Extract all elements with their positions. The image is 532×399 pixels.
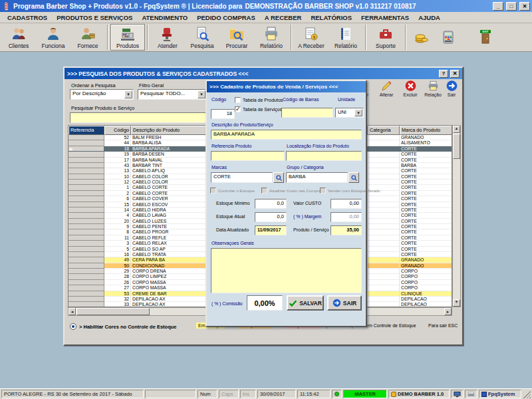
toolbar-button-atender[interactable]: Atender — [150, 24, 185, 51]
menu-cadastros[interactable]: CADASTROS — [3, 13, 52, 23]
data-atualizado-field[interactable]: 11/09/2017 — [255, 225, 287, 235]
row-indicator — [68, 224, 104, 229]
row-indicator — [68, 152, 104, 157]
menu-produtos-e-servicos[interactable]: PRODUTOS E SERVIÇOS — [52, 13, 137, 23]
cell-codigo: 20 — [104, 219, 131, 224]
toolbar-button-label: Pesquisa — [191, 43, 214, 49]
scroll-down-icon[interactable]: ▼ — [453, 299, 460, 307]
menu-a-receber[interactable]: A RECEBER — [260, 13, 307, 23]
toolbar-button-clientes[interactable]: Clientes — [1, 24, 36, 51]
tabela-servicos-checkbox[interactable]: Tabela de Serviços — [235, 106, 282, 112]
cell-categoria — [368, 241, 400, 246]
printer-icon — [263, 25, 280, 42]
sair-button[interactable]: SAIR — [327, 295, 362, 311]
row-indicator — [68, 135, 104, 140]
cell-categoria — [368, 269, 400, 274]
localizacao-field[interactable] — [286, 151, 362, 161]
estoque-atual-label: Estoque Atual — [216, 214, 245, 219]
margem-label: ( % ) Margem — [293, 214, 321, 219]
toolbar-button-label: Procurar — [226, 43, 248, 49]
alterar-button[interactable]: Alterar — [376, 73, 397, 104]
menu-relatorios[interactable]: RELATÓRIOS — [306, 13, 356, 23]
estoque-atual-field[interactable]: 0,0 — [255, 212, 287, 222]
menu-atendimento[interactable]: ATENDIMENTO — [137, 13, 192, 23]
toolbar-button-procurar[interactable]: Procurar — [219, 24, 254, 51]
resize-grip[interactable] — [523, 390, 531, 398]
toolbar-separator — [405, 25, 406, 50]
menu-ferramentas[interactable]: FERRAMENTAS — [356, 13, 414, 23]
unidade-select[interactable]: UNI ▼ — [335, 108, 364, 118]
scroll-up-icon[interactable]: ▲ — [453, 126, 460, 133]
menu-ajuda[interactable]: AJUDA — [414, 13, 445, 23]
habilitar-cores-radio[interactable] — [70, 323, 76, 330]
maximize-icon[interactable]: □ — [506, 2, 517, 11]
grid-column-header[interactable]: Referencia — [68, 126, 104, 135]
toolbar-button-coins-icon[interactable] — [408, 24, 435, 51]
estoque-minimo-field[interactable]: 0,0 — [255, 199, 287, 209]
order-select[interactable]: Por Descrição ▼ — [70, 89, 134, 100]
scroll-left-icon[interactable]: ◄ — [68, 308, 76, 315]
toolbar-button-pesquisa[interactable]: Pesquisa — [185, 24, 219, 51]
sair-button[interactable]: Sair — [441, 73, 462, 104]
toolbar-button-relat-rio[interactable]: Relatório — [254, 24, 289, 51]
grupo-field[interactable]: BARBA — [286, 172, 348, 183]
cell-categoria — [368, 135, 400, 140]
close-icon[interactable]: ✕ — [519, 2, 530, 11]
toolbar-button-exit-door-icon[interactable]: EXIT — [472, 24, 499, 51]
cell-categoria — [368, 213, 400, 218]
excluir-button[interactable]: Excluir — [400, 73, 421, 104]
salvar-button[interactable]: SALVAR — [287, 295, 324, 311]
horizontal-scroll-thumb[interactable] — [76, 308, 150, 315]
referencia-field[interactable] — [211, 151, 285, 161]
grid-column-header[interactable]: Marca do Produto — [400, 126, 452, 135]
vender-zerado-checkbox[interactable]: Vender com Estoque Zerado — [320, 188, 380, 194]
toolbar-button-produtos[interactable]: Produtos — [110, 24, 145, 51]
toolbar-button-label: Fornece — [77, 43, 98, 49]
toolbar-button-fornece[interactable]: Fornece — [70, 24, 105, 51]
controlar-estoque-checkbox[interactable]: Controlar o Estoque — [210, 188, 255, 194]
cell-codigo: 3 — [104, 241, 131, 246]
cell-codigo: 33 — [104, 302, 131, 307]
toolbar-button-cash-machine-icon[interactable] — [435, 24, 462, 51]
preco-field[interactable]: 35,00 — [331, 225, 362, 235]
toolbar-button-suporte[interactable]: Suporte — [368, 24, 403, 51]
marcas-field[interactable]: CORTE — [211, 172, 273, 183]
menu-pedido-compras[interactable]: PEDIDO COMPRAS — [192, 13, 260, 23]
vertical-scroll-thumb[interactable] — [453, 134, 460, 159]
monitor-icon — [454, 391, 461, 398]
codigo-field[interactable]: 18 — [211, 109, 235, 119]
observacoes-text-area[interactable] — [211, 248, 362, 293]
chevron-down-icon[interactable]: ▼ — [198, 90, 205, 98]
grid-column-header[interactable]: Categoria — [368, 126, 400, 135]
main-menubar: CADASTROS PRODUTOS E SERVIÇOS ATENDIMENT… — [0, 12, 532, 23]
toolbar-button-a-receber[interactable]: $A Receber — [294, 24, 329, 51]
cell-codigo: 52 — [104, 135, 131, 140]
cell-codigo: 26 — [104, 280, 131, 285]
cell-codigo: 32 — [104, 297, 131, 302]
chevron-down-icon[interactable]: ▼ — [124, 90, 132, 98]
cell-categoria — [368, 146, 400, 152]
magnifier-icon — [350, 174, 358, 182]
codigo-barras-field[interactable] — [281, 108, 333, 118]
cell-marca: CORPO — [400, 280, 452, 285]
cell-codigo: 50 — [104, 263, 131, 269]
tabela-produtos-checkbox[interactable]: Tabela de Produtos — [235, 97, 283, 103]
minimize-icon[interactable]: _ — [493, 2, 503, 11]
grupo-search-button[interactable] — [348, 172, 359, 183]
valor-custo-field[interactable]: 0,00 — [331, 199, 362, 209]
descricao-field[interactable]: BARBA APARADA — [211, 130, 362, 140]
statusbar-date: 30/09/2017 — [257, 390, 296, 398]
toolbar-button-funciona[interactable]: Funciona — [36, 24, 70, 51]
grid-vertical-scrollbar[interactable]: ▲ ▼ — [452, 125, 461, 307]
toolbar-button-relat-rio[interactable]: Relatório — [329, 24, 363, 51]
filter-select[interactable]: Pesquisar TODO... ▼ — [138, 89, 207, 100]
grid-column-header[interactable]: Código — [104, 126, 131, 135]
scroll-right-icon[interactable]: ► — [444, 308, 452, 315]
statusbar-printer-panel — [465, 390, 477, 398]
cell-marca: DEPILACAO — [400, 302, 452, 307]
cell-marca: CORTE — [400, 152, 452, 157]
cell-marca: CORTE — [400, 202, 452, 207]
atualizar-custo-checkbox[interactable]: Atualizar Custo nas Compras — [261, 188, 323, 194]
marcas-search-button[interactable] — [273, 172, 284, 183]
chevron-down-icon[interactable]: ▼ — [354, 109, 362, 116]
